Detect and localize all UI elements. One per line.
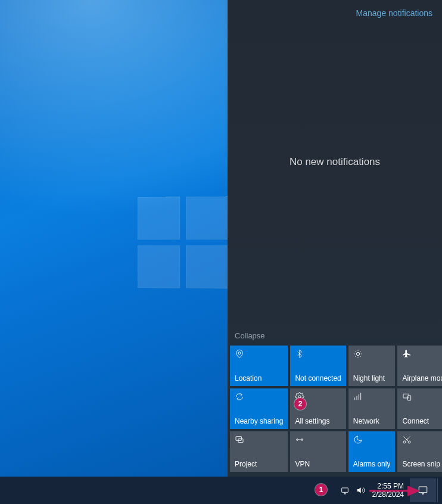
project-icon [235,435,244,444]
desktop-wallpaper [0,0,228,477]
airplane-icon [402,349,412,359]
svg-rect-3 [403,394,409,398]
annotation-marker-1: 1 [315,484,327,496]
tile-label: Screen snip [402,461,442,468]
svg-point-10 [408,441,410,443]
tile-label: Night light [353,375,391,382]
snip-icon [402,435,412,444]
tile-location[interactable]: Location [230,346,288,386]
tile-screen-snip[interactable]: Screen snip [397,431,442,472]
connect-icon [402,392,412,402]
tile-nearby-sharing[interactable]: Nearby sharing [230,388,288,429]
moon-icon [353,435,363,444]
sun-icon [353,349,363,359]
svg-point-7 [297,439,298,441]
no-notifications-text: No new notifications [228,156,442,168]
tile-label: All settings [295,418,341,425]
collapse-button[interactable]: Collapse [235,331,265,340]
tile-alarms-only[interactable]: Alarms only [348,431,396,472]
action-center-panel: Manage notifications No new notification… [228,0,442,477]
tile-label: Not connected [295,375,341,382]
quick-actions-grid: Location Not connected Night light Airpl… [230,346,440,472]
svg-point-8 [301,439,303,441]
tile-network[interactable]: Network [348,388,396,429]
tile-label: Network [353,418,391,425]
vpn-icon [295,435,304,444]
tile-label: Nearby sharing [235,418,283,425]
tray-volume-icon[interactable] [353,483,368,497]
tile-label: Location [235,375,283,382]
svg-point-1 [356,352,359,355]
manage-notifications-link[interactable]: Manage notifications [356,8,432,18]
network-icon [353,392,363,402]
tile-connect[interactable]: Connect [397,388,442,429]
annotation-arrow [369,486,429,498]
tray-network-icon[interactable] [338,483,352,497]
tile-label: Airplane mode [402,375,442,382]
bluetooth-icon [295,349,304,359]
svg-point-0 [238,352,241,354]
tile-label: Project [235,461,283,468]
tile-label: Connect [402,418,442,425]
annotation-marker-2: 2 [294,398,306,410]
tile-night-light[interactable]: Night light [348,346,396,386]
svg-rect-11 [341,488,348,492]
show-desktop-button[interactable] [437,478,441,502]
svg-rect-5 [236,437,241,441]
tile-airplane-mode[interactable]: Airplane mode [397,346,442,386]
tile-project[interactable]: Project [230,431,288,472]
share-icon [235,392,244,402]
location-icon [235,349,244,359]
tile-bluetooth[interactable]: Not connected [290,346,345,386]
svg-point-9 [403,441,406,443]
tile-label: Alarms only [353,461,391,468]
windows-logo [138,196,228,298]
tile-vpn[interactable]: VPN [290,431,345,472]
tile-label: VPN [295,461,341,468]
